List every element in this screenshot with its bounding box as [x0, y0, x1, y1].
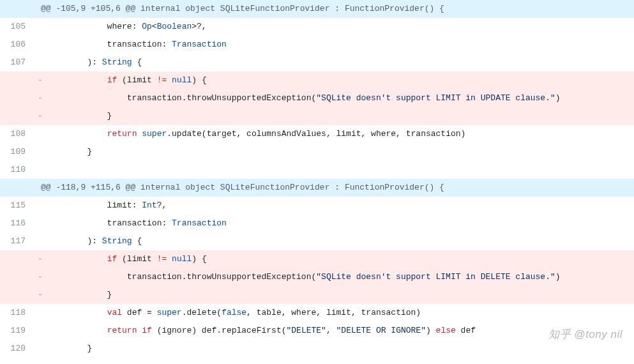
code-content: return super.update(target, columnsAndVa… [47, 125, 634, 143]
deleted-line[interactable]: - if (limit != null) { [0, 72, 634, 89]
code-content: } [47, 143, 634, 161]
line-number [0, 268, 33, 286]
diff-sign: - [33, 286, 47, 304]
deleted-line[interactable]: - } [0, 107, 634, 125]
code-content: limit: Int?, [47, 197, 634, 215]
line-number: 116 [0, 215, 33, 232]
diff-sign [33, 125, 47, 143]
code-content: where: Op<Boolean>?, [47, 18, 634, 36]
code-content [47, 161, 634, 179]
line-number: 107 [0, 54, 33, 72]
line-number: 117 [0, 232, 33, 250]
hunk-header[interactable]: @@ -105,9 +105,6 @@ internal object SQLi… [0, 0, 634, 18]
diff-sign [33, 340, 47, 358]
deleted-line[interactable]: - transaction.throwUnsupportedException(… [0, 268, 634, 286]
line-number [0, 89, 33, 107]
code-content: if (limit != null) { [47, 250, 634, 268]
line-number: 108 [0, 125, 33, 143]
context-line[interactable]: 108 return super.update(target, columnsA… [0, 125, 634, 143]
code-content: ): String { [47, 54, 634, 72]
code-content: transaction.throwUnsupportedException("S… [47, 268, 634, 286]
deleted-line[interactable]: - } [0, 286, 634, 304]
line-number: 110 [0, 161, 33, 179]
diff-sign: - [33, 268, 47, 286]
line-number: 109 [0, 143, 33, 161]
context-line[interactable]: 107 ): String { [0, 54, 634, 72]
context-line[interactable]: 106 transaction: Transaction [0, 36, 634, 54]
context-line[interactable]: 109 } [0, 143, 634, 161]
code-content: if (limit != null) { [47, 72, 634, 89]
diff-sign [33, 215, 47, 232]
context-line[interactable]: 119 return if (ignore) def.replaceFirst(… [0, 322, 634, 340]
diff-sign [33, 143, 47, 161]
hunk-header[interactable]: @@ -118,9 +115,6 @@ internal object SQLi… [0, 179, 634, 197]
diff-sign [33, 18, 47, 36]
code-content: val def = super.delete(false, table, whe… [47, 304, 634, 322]
context-line[interactable]: 110 [0, 161, 634, 179]
code-content: transaction.throwUnsupportedException("S… [47, 89, 634, 107]
context-line[interactable]: 116 transaction: Transaction [0, 215, 634, 232]
diff-sign [33, 54, 47, 72]
code-content: } [47, 107, 634, 125]
code-content: } [47, 340, 634, 358]
hunk-header-text: @@ -118,9 +115,6 @@ internal object SQLi… [33, 179, 634, 197]
code-content: } [47, 286, 634, 304]
diff-sign: - [33, 250, 47, 268]
diff-sign [33, 232, 47, 250]
line-number: 120 [0, 340, 33, 358]
diff-sign [33, 36, 47, 54]
line-number [0, 250, 33, 268]
line-number [0, 286, 33, 304]
hunk-header-text: @@ -105,9 +105,6 @@ internal object SQLi… [33, 0, 634, 18]
code-content: return if (ignore) def.replaceFirst("DEL… [47, 322, 634, 340]
context-line[interactable]: 115 limit: Int?, [0, 197, 634, 215]
diff-sign [33, 197, 47, 215]
line-number: 106 [0, 36, 33, 54]
line-number-gutter [0, 0, 33, 18]
code-content: transaction: Transaction [47, 215, 634, 232]
line-number [0, 72, 33, 89]
line-number: 115 [0, 197, 33, 215]
diff-sign: - [33, 89, 47, 107]
diff-sign: - [33, 107, 47, 125]
context-line[interactable]: 118 val def = super.delete(false, table,… [0, 304, 634, 322]
line-number: 119 [0, 322, 33, 340]
context-line[interactable]: 105 where: Op<Boolean>?, [0, 18, 634, 36]
diff-sign [33, 322, 47, 340]
line-number [0, 107, 33, 125]
context-line[interactable]: 120 } [0, 340, 634, 358]
diff-sign [33, 161, 47, 179]
code-content: transaction: Transaction [47, 36, 634, 54]
line-number-gutter [0, 179, 33, 197]
deleted-line[interactable]: - transaction.throwUnsupportedException(… [0, 89, 634, 107]
line-number: 118 [0, 304, 33, 322]
deleted-line[interactable]: - if (limit != null) { [0, 250, 634, 268]
diff-viewer: @@ -105,9 +105,6 @@ internal object SQLi… [0, 0, 634, 358]
diff-sign [33, 304, 47, 322]
context-line[interactable]: 117 ): String { [0, 232, 634, 250]
diff-sign: - [33, 72, 47, 89]
line-number: 105 [0, 18, 33, 36]
code-content: ): String { [47, 232, 634, 250]
